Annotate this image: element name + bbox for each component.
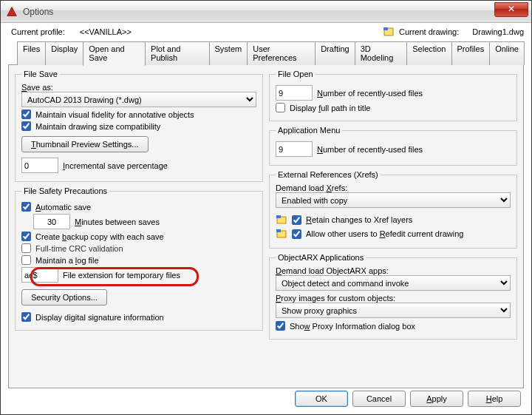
maintain-visual-checkbox[interactable]	[21, 109, 31, 119]
help-button[interactable]: Help	[468, 391, 521, 407]
temp-file-ext-input[interactable]	[21, 267, 58, 283]
file-safety-legend: File Safety Precautions	[21, 186, 109, 195]
retain-xref-layers-checkbox[interactable]	[292, 215, 301, 225]
current-profile-label: Current profile:	[11, 27, 65, 36]
tab-display[interactable]: Display	[45, 41, 83, 65]
svg-rect-1	[383, 27, 388, 30]
svg-rect-5	[276, 229, 281, 232]
file-open-group: File Open Number of recently-used files …	[269, 70, 517, 121]
layers-icon	[276, 214, 287, 226]
demand-load-xrefs-select[interactable]: Enabled with copy	[276, 192, 511, 208]
demand-load-arx-select[interactable]: Object detect and command invoke	[276, 275, 511, 291]
demand-load-arx-label: Demand load ObjectARX apps:	[276, 266, 511, 275]
dialog-buttons: OK Cancel Apply Help	[295, 391, 521, 407]
left-column: File Save Save as: AutoCAD 2013 Drawing …	[15, 70, 263, 383]
file-save-group: File Save Save as: AutoCAD 2013 Drawing …	[15, 70, 263, 182]
minutes-between-saves-label: Minutes between saves	[75, 217, 160, 226]
tab-user-preferences[interactable]: User Preferences	[247, 41, 316, 65]
crc-validation-checkbox[interactable]	[21, 243, 31, 253]
allow-refedit-label: Allow other users to Refedit current dra…	[306, 229, 463, 238]
refedit-icon	[276, 228, 287, 240]
application-menu-group: Application Menu Number of recently-used…	[269, 126, 517, 166]
external-references-legend: External References (Xrefs)	[276, 170, 381, 179]
display-full-path-label: Display full path in title	[290, 104, 370, 112]
app-logo-icon	[5, 5, 18, 18]
file-save-legend: File Save	[21, 70, 60, 78]
cancel-button[interactable]: Cancel	[352, 391, 406, 407]
tab-plot-and-publish[interactable]: Plot and Publish	[145, 41, 209, 65]
file-open-legend: File Open	[276, 70, 316, 78]
show-proxy-dialog-checkbox[interactable]	[276, 321, 285, 331]
proxy-images-label: Proxy images for custom objects:	[276, 294, 511, 303]
display-digsig-label: Display digital signature information	[35, 313, 164, 322]
window-title: Options	[23, 7, 494, 17]
temp-file-ext-label: File extension for temporary files	[63, 271, 180, 280]
tab-online[interactable]: Online	[489, 41, 525, 65]
recent-files-input[interactable]	[276, 85, 313, 101]
tab-content: File Save Save as: AutoCAD 2013 Drawing …	[8, 64, 524, 388]
external-references-group: External References (Xrefs) Demand load …	[269, 170, 517, 249]
maintain-log-label: Maintain a log file	[35, 256, 99, 265]
application-menu-legend: Application Menu	[276, 126, 342, 135]
maintain-log-checkbox[interactable]	[21, 255, 31, 265]
tab-files[interactable]: Files	[17, 41, 46, 65]
tab-system[interactable]: System	[209, 41, 248, 65]
drawing-icon	[383, 26, 395, 38]
current-drawing-value: Drawing1.dwg	[472, 27, 524, 36]
right-column: File Open Number of recently-used files …	[269, 70, 517, 383]
automatic-save-checkbox[interactable]	[21, 202, 31, 212]
thumbnail-preview-button[interactable]: Thumbnail Preview Settings...	[21, 136, 149, 152]
automatic-save-label: Automatic save	[35, 203, 91, 212]
tab-strip: Files Display Open and Save Plot and Pub…	[17, 41, 524, 65]
objectarx-group: ObjectARX Applications Demand load Objec…	[269, 253, 517, 340]
create-backup-label: Create backup copy with each save	[35, 232, 164, 241]
close-button[interactable]: ✕	[494, 2, 528, 17]
proxy-images-select[interactable]: Show proxy graphics	[276, 303, 511, 318]
objectarx-legend: ObjectARX Applications	[276, 253, 366, 262]
security-options-button[interactable]: Security Options...	[21, 289, 107, 306]
ok-button[interactable]: OK	[295, 391, 348, 407]
appmenu-recent-input[interactable]	[276, 141, 313, 157]
tab-drafting[interactable]: Drafting	[315, 41, 355, 65]
display-full-path-checkbox[interactable]	[276, 103, 285, 112]
file-safety-group: File Safety Precautions Automatic save M…	[15, 186, 263, 331]
crc-validation-label: Full-time CRC validation	[35, 244, 123, 253]
display-digsig-checkbox[interactable]	[21, 312, 31, 322]
apply-button[interactable]: Apply	[410, 391, 463, 407]
tab-profiles[interactable]: Profiles	[451, 41, 491, 65]
create-backup-checkbox[interactable]	[21, 232, 31, 241]
tab-selection[interactable]: Selection	[406, 41, 451, 65]
demand-load-xrefs-label: Demand load Xrefs:	[276, 183, 511, 192]
incremental-save-label: Incremental save percentage	[63, 161, 168, 170]
profile-bar: Current profile: <<VANILLA>> Current dra…	[1, 23, 531, 39]
options-dialog: Options ✕ Current profile: <<VANILLA>> C…	[0, 0, 532, 415]
recent-files-label: Number of recently-used files	[317, 89, 423, 98]
maintain-size-label: Maintain drawing size compatibility	[35, 122, 160, 131]
current-drawing-label: Current drawing:	[399, 27, 459, 36]
save-as-label: Save as:	[21, 83, 53, 92]
svg-rect-3	[276, 215, 281, 218]
current-profile-value: <<VANILLA>>	[80, 27, 132, 36]
maintain-size-checkbox[interactable]	[21, 121, 31, 131]
tab-open-and-save[interactable]: Open and Save	[83, 41, 146, 66]
titlebar: Options ✕	[1, 1, 531, 23]
tab-3d-modeling[interactable]: 3D Modeling	[355, 41, 408, 65]
incremental-save-input[interactable]	[21, 158, 58, 173]
minutes-between-saves-input[interactable]	[33, 214, 70, 229]
allow-refedit-checkbox[interactable]	[292, 229, 301, 239]
save-as-select[interactable]: AutoCAD 2013 Drawing (*.dwg)	[21, 92, 256, 107]
appmenu-recent-label: Number of recently-used files	[317, 145, 423, 154]
retain-xref-layers-label: Retain changes to Xref layers	[306, 215, 412, 224]
maintain-visual-label: Maintain visual fidelity for annotative …	[35, 110, 194, 119]
show-proxy-dialog-label: Show Proxy Information dialog box	[290, 322, 415, 331]
